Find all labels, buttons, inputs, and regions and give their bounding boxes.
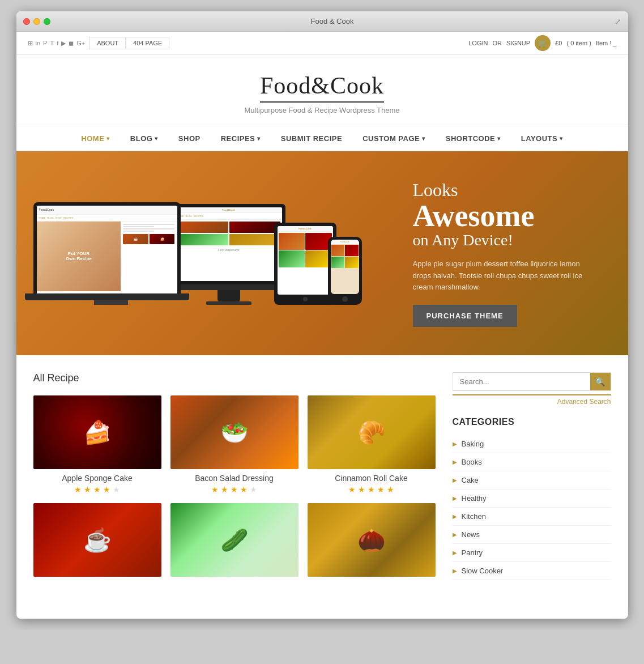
traffic-lights [23, 18, 50, 25]
category-item-news[interactable]: ▶ News [453, 526, 611, 544]
phone-grid [331, 244, 359, 269]
recipe-card-2[interactable]: Bacon Salad Dressing ★ ★ ★ ★ ★ [170, 395, 298, 494]
nav-item-submit-recipe[interactable]: SUBMIT RECIPE [271, 126, 352, 151]
laptop-screen-inner: Food&Cook HOMEBLOGSHOPRECIPES Put YOUROw… [37, 206, 177, 293]
category-arrow-healthy: ▶ [453, 495, 457, 501]
category-item-healthy[interactable]: ▶ Healthy [453, 490, 611, 508]
cart-icon[interactable]: 🛒 [535, 35, 551, 51]
category-label-cake: Cake [462, 476, 479, 484]
social-icons: ⊞ in P T f ▶ ◼ G+ [28, 40, 86, 47]
category-arrow-baking: ▶ [453, 441, 457, 447]
laptop-body: Put YOUROwn Recipe ☕ 🍰 [37, 222, 177, 291]
nav-item-home[interactable]: HOME ▾ [71, 126, 120, 151]
recipe-card-6[interactable] [308, 503, 436, 602]
star-3: ★ [93, 485, 101, 494]
star-4: ★ [103, 485, 110, 494]
category-item-baking[interactable]: ▶ Baking [453, 435, 611, 453]
top-bar-left: ⊞ in P T f ▶ ◼ G+ ABOUT 404 PAGE [28, 37, 170, 49]
close-button[interactable] [23, 18, 30, 25]
login-link[interactable]: LOGIN [468, 40, 488, 46]
nav-item-custom-page[interactable]: CUSTOM PAGE ▾ [352, 126, 436, 151]
googleplus-icon[interactable]: G+ [76, 40, 85, 47]
facebook-icon[interactable]: f [57, 40, 58, 47]
hero-text: Looks Awesome on Any Device! Apple pie s… [413, 180, 594, 327]
tablet-header: Food&Cook [278, 226, 333, 232]
browser-titlebar: Food & Cook ⤢ [16, 11, 628, 32]
recipe-stars-5 [170, 593, 298, 602]
nav-item-shop[interactable]: SHOP [168, 126, 211, 151]
vimeo-icon[interactable]: ◼ [69, 40, 74, 47]
laptop-header-bar: Food&Cook [37, 206, 177, 215]
laptop-food-image: Put YOUROwn Recipe [37, 222, 121, 291]
tablet-content: Food&Cook [278, 226, 333, 295]
laptop-sidebar: ☕ 🍰 [121, 222, 177, 291]
site-logo[interactable]: Food&Cook [260, 72, 384, 103]
search-box: 🔍 [453, 372, 611, 391]
recipe-thumb-5 [170, 503, 298, 577]
linkedin-icon[interactable]: in [36, 40, 41, 47]
nav-item-layouts[interactable]: LAYOUTS ▾ [511, 126, 573, 151]
category-item-slow-cooker[interactable]: ▶ Slow Cooker [453, 562, 611, 580]
cart-items: ( 0 item ) [566, 40, 591, 46]
category-item-pantry[interactable]: ▶ Pantry [453, 544, 611, 562]
about-link[interactable]: ABOUT [89, 37, 126, 49]
star-5: ★ [250, 485, 257, 494]
monitor-neck [217, 290, 240, 301]
expand-icon[interactable]: ⤢ [615, 17, 621, 26]
cart-amount: £0 [555, 40, 562, 46]
recipe-stars-2: ★ ★ ★ ★ ★ [170, 485, 298, 494]
category-item-cake[interactable]: ▶ Cake [453, 471, 611, 490]
minimize-button[interactable] [33, 18, 40, 25]
category-label-news: News [462, 530, 480, 539]
recipe-card-5[interactable] [170, 503, 298, 602]
recipe-card-3[interactable]: Cinnamon Roll Cake ★ ★ ★ ★ ★ [308, 395, 436, 494]
404-link[interactable]: 404 PAGE [126, 37, 169, 49]
star-3: ★ [368, 485, 375, 494]
nav-item-recipes[interactable]: RECIPES ▾ [211, 126, 271, 151]
star-1: ★ [348, 485, 356, 494]
or-text: OR [492, 40, 502, 46]
pinterest-icon[interactable]: P [43, 40, 47, 47]
recipe-name-6 [308, 581, 436, 590]
star-5: ★ [387, 485, 394, 494]
tablet-screen: Food&Cook [278, 226, 333, 295]
recipe-card-4[interactable] [33, 503, 161, 602]
nav-item-blog[interactable]: BLOG ▾ [120, 126, 168, 151]
category-label-slow-cooker: Slow Cooker [462, 567, 504, 575]
top-nav-links: ABOUT 404 PAGE [89, 37, 169, 49]
signup-link[interactable]: SIGNUP [506, 40, 530, 46]
category-arrow-slow-cooker: ▶ [453, 568, 457, 574]
browser-title: Food & Cook [50, 17, 615, 25]
sim-line-4 [123, 231, 154, 232]
nav-home-label: HOME [81, 134, 104, 143]
phone-home-button [342, 296, 348, 302]
hero-banner: Food&Cook HOMEBLOGSHOPRECIPES Put YOUROw… [16, 151, 628, 355]
nav-item-shortcode[interactable]: SHORTCODE ▾ [436, 126, 511, 151]
recipe-name-1: Apple Sponge Cake [33, 474, 161, 483]
tablet-mockup: Food&Cook [274, 223, 336, 305]
recipe-name-2: Bacon Salad Dressing [170, 474, 298, 483]
purchase-theme-button[interactable]: PURCHASE THEME [413, 305, 517, 327]
maximize-button[interactable] [44, 18, 50, 25]
recipe-card-1[interactable]: Apple Sponge Cake ★ ★ ★ ★ ★ [33, 395, 161, 494]
search-button[interactable]: 🔍 [590, 373, 611, 390]
site-header: Food&Cook Multipurpose Food & Recipe Wor… [16, 55, 628, 126]
youtube-icon[interactable]: ▶ [61, 40, 66, 47]
search-input[interactable] [453, 373, 590, 390]
category-item-kitchen[interactable]: ▶ Kitchen [453, 508, 611, 526]
section-title: All Recipe [33, 372, 436, 384]
category-label-pantry: Pantry [462, 548, 483, 557]
laptop-mockup: Food&Cook HOMEBLOGSHOPRECIPES Put YOUROw… [33, 202, 189, 305]
monitor-bottom [172, 284, 285, 290]
twitter-icon[interactable]: T [50, 40, 54, 47]
recipe-thumb-2 [170, 395, 298, 469]
hero-line2: Awesome [413, 201, 594, 231]
category-item-books[interactable]: ▶ Books [453, 453, 611, 471]
nav-custom-label: CUSTOM PAGE [362, 134, 420, 143]
rss-icon[interactable]: ⊞ [28, 40, 33, 47]
nav-layouts-arrow: ▾ [560, 135, 563, 142]
advanced-search-link[interactable]: Advanced Search [453, 394, 611, 406]
hero-description: Apple pie sugar plum dessert toffee liqu… [413, 258, 594, 293]
recipe-stars-6 [308, 593, 436, 602]
category-arrow-books: ▶ [453, 459, 457, 465]
